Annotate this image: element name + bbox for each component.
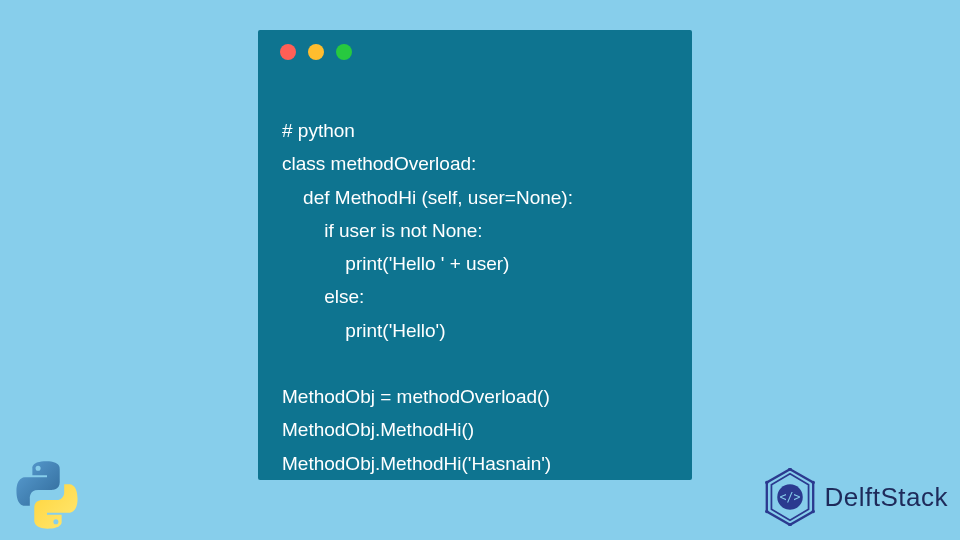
- delftstack-brand: </> DelftStack: [761, 468, 949, 526]
- delftstack-logo-icon: </>: [761, 468, 819, 526]
- code-window: # python class methodOverload: def Metho…: [258, 30, 692, 480]
- svg-point-4: [811, 510, 814, 513]
- minimize-icon: [308, 44, 324, 60]
- svg-point-3: [811, 481, 814, 484]
- svg-text:</>: </>: [779, 490, 800, 504]
- maximize-icon: [336, 44, 352, 60]
- python-logo-icon: [12, 460, 82, 530]
- window-titlebar: [258, 30, 692, 74]
- close-icon: [280, 44, 296, 60]
- delftstack-brand-name: DelftStack: [825, 482, 949, 513]
- svg-point-6: [765, 510, 768, 513]
- svg-point-7: [765, 481, 768, 484]
- code-body: # python class methodOverload: def Metho…: [258, 74, 692, 500]
